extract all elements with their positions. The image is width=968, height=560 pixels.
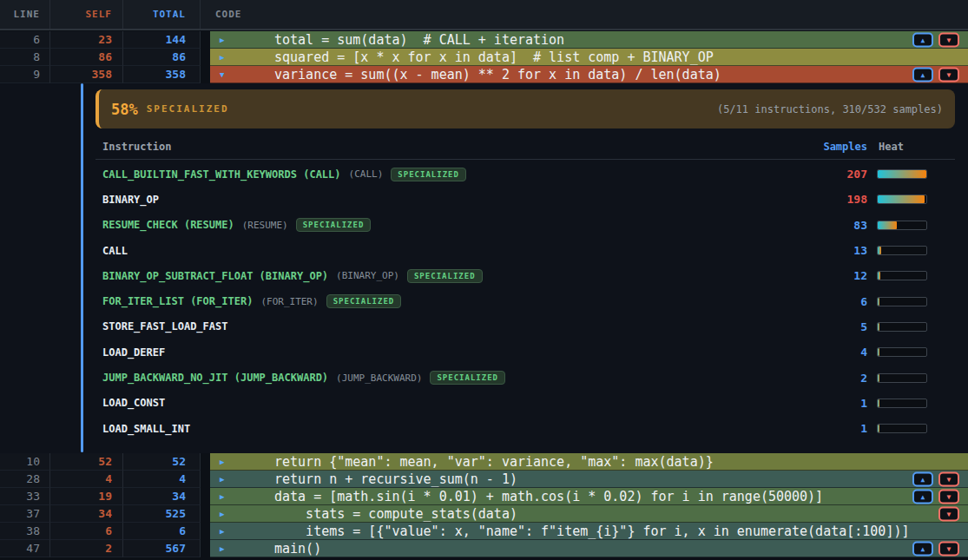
instruction-opcode-label: FOR_ITER_LIST (FOR_ITER) xyxy=(102,295,253,307)
code-row-bar[interactable]: ▶ return n + recursive_sum(n - 1) ▲▼ xyxy=(210,471,968,488)
instruction-row: BINARY_OP_SUBTRACT_FLOAT (BINARY_OP) (BI… xyxy=(95,263,955,288)
line-number-cell: 6 xyxy=(0,31,50,49)
column-header-heat[interactable]: Heat xyxy=(877,141,927,153)
expand-toggle-icon[interactable]: ▶ xyxy=(220,511,224,518)
instruction-base-opcode: (JUMP_BACKWARD) xyxy=(336,372,422,384)
line-number-cell: 47 xyxy=(0,540,50,557)
column-header-total[interactable]: TOTAL xyxy=(123,0,201,29)
heat-bar xyxy=(877,399,927,408)
heat-bar-fill xyxy=(878,247,881,254)
move-down-button[interactable]: ▼ xyxy=(938,507,959,522)
heat-bar xyxy=(877,271,927,280)
code-row-bar[interactable]: ▶ squared = [x * x for x in data] # list… xyxy=(210,49,968,66)
instruction-row: CALL_BUILTIN_FAST_WITH_KEYWORDS (CALL) (… xyxy=(95,161,955,187)
code-rows-bottom: 10 52 52 ▶ return {"mean": mean, "var": … xyxy=(0,453,968,557)
code-row-bar[interactable]: ▶ items = [{"value": x, "name": f"item_{… xyxy=(210,523,968,540)
instruction-row: LOAD_SMALL_INT 1 xyxy=(95,416,955,441)
heat-bar-fill xyxy=(878,298,879,306)
move-down-button[interactable]: ▼ xyxy=(938,68,959,82)
move-up-button[interactable]: ▲ xyxy=(912,33,933,48)
instruction-table-header: Instruction Samples Heat xyxy=(95,134,955,160)
expand-toggle-icon[interactable]: ▶ xyxy=(220,458,224,466)
source-code-text: data = [math.sin(i * 0.01) + math.cos(i … xyxy=(210,489,823,504)
instruction-list: CALL_BUILTIN_FAST_WITH_KEYWORDS (CALL) (… xyxy=(95,161,955,441)
code-row-bar[interactable]: ▶ data = [math.sin(i * 0.01) + math.cos(… xyxy=(210,488,968,505)
source-code-text: squared = [x * x for x in data] # list c… xyxy=(210,49,714,65)
source-code-text: return n + recursive_sum(n - 1) xyxy=(210,471,517,487)
column-header-line[interactable]: LINE xyxy=(0,0,50,29)
instruction-samples-count: 83 xyxy=(807,219,867,232)
self-samples-cell: 358 xyxy=(50,66,123,83)
code-rows-top: 6 23 144 ▶ total = sum(data) # CALL + it… xyxy=(0,31,968,83)
expand-toggle-icon[interactable]: ▶ xyxy=(220,476,224,484)
instruction-samples-count: 4 xyxy=(807,346,867,359)
instruction-opcode-label: BINARY_OP xyxy=(102,194,159,206)
move-down-button[interactable]: ▼ xyxy=(938,490,959,504)
code-row-bar[interactable]: ▶ stats = compute_stats(data) ▼ xyxy=(210,505,968,523)
move-down-button[interactable]: ▼ xyxy=(938,542,959,557)
row-actions: ▼ xyxy=(938,507,959,522)
move-down-button[interactable]: ▼ xyxy=(938,33,959,48)
specialization-banner: 58% SPECIALIZED (5/11 instructions, 310/… xyxy=(95,89,955,128)
column-gap xyxy=(201,66,210,83)
line-number-cell: 37 xyxy=(0,505,50,523)
source-code-text: return {"mean": mean, "var": variance, "… xyxy=(210,454,714,470)
instruction-name: LOAD_CONST xyxy=(102,397,807,409)
source-code-text: main() xyxy=(210,541,321,557)
instruction-samples-count: 2 xyxy=(807,372,867,385)
instruction-opcode-label: STORE_FAST_LOAD_FAST xyxy=(102,320,228,333)
code-row-bar[interactable]: ▶ return {"mean": mean, "var": variance,… xyxy=(210,453,968,471)
total-samples-cell: 34 xyxy=(123,488,201,505)
expand-toggle-icon[interactable]: ▶ xyxy=(220,54,224,62)
instruction-opcode-label: LOAD_SMALL_INT xyxy=(102,423,190,435)
self-samples-cell: 19 xyxy=(50,488,123,505)
code-row-bar[interactable]: ▶ main() ▲▼ xyxy=(210,540,968,557)
code-line-row: 33 19 34 ▶ data = [math.sin(i * 0.01) + … xyxy=(0,488,968,505)
specialized-badge: SPECIALIZED xyxy=(391,168,466,181)
total-samples-cell: 52 xyxy=(123,453,201,471)
code-row-bar[interactable]: ▶ total = sum(data) # CALL + iteration ▲… xyxy=(210,31,968,49)
heat-bar xyxy=(877,424,927,433)
move-up-button[interactable]: ▲ xyxy=(912,472,933,487)
heat-bar-fill xyxy=(878,272,880,280)
move-up-button[interactable]: ▲ xyxy=(912,542,933,557)
instruction-opcode-label: JUMP_BACKWARD_NO_JIT (JUMP_BACKWARD) xyxy=(102,372,328,384)
move-down-button[interactable]: ▼ xyxy=(938,472,959,487)
expand-toggle-icon[interactable]: ▶ xyxy=(220,528,224,536)
row-actions: ▲▼ xyxy=(912,33,959,48)
expand-toggle-icon[interactable]: ▶ xyxy=(220,36,224,44)
instruction-name: JUMP_BACKWARD_NO_JIT (JUMP_BACKWARD) (JU… xyxy=(102,371,807,385)
instruction-samples-count: 1 xyxy=(807,422,867,435)
move-up-button[interactable]: ▲ xyxy=(912,68,933,82)
specialized-badge: SPECIALIZED xyxy=(430,371,505,385)
column-header-code[interactable]: CODE xyxy=(201,0,968,29)
expand-toggle-icon[interactable]: ▶ xyxy=(220,545,224,553)
instruction-samples-count: 13 xyxy=(807,244,867,257)
instruction-name: BINARY_OP_SUBTRACT_FLOAT (BINARY_OP) (BI… xyxy=(102,269,807,283)
column-gap xyxy=(201,523,210,540)
code-line-row: 6 23 144 ▶ total = sum(data) # CALL + it… xyxy=(0,31,968,49)
total-samples-cell: 144 xyxy=(123,31,201,49)
column-header-self[interactable]: SELF xyxy=(50,0,123,29)
column-header-samples[interactable]: Samples xyxy=(807,141,867,153)
heat-bar-fill xyxy=(878,323,879,331)
move-up-button[interactable]: ▲ xyxy=(912,490,933,504)
heat-bar xyxy=(877,347,927,357)
self-samples-cell: 4 xyxy=(50,471,123,488)
instruction-base-opcode: (RESUME) xyxy=(242,220,288,231)
instruction-samples-count: 12 xyxy=(807,269,867,282)
code-row-bar[interactable]: ▼ variance = sum((x - mean) ** 2 for x i… xyxy=(210,66,968,83)
row-actions: ▲▼ xyxy=(912,542,959,557)
instruction-samples-count: 5 xyxy=(807,320,867,333)
self-samples-cell: 23 xyxy=(50,31,123,49)
instruction-row: JUMP_BACKWARD_NO_JIT (JUMP_BACKWARD) (JU… xyxy=(95,365,955,390)
column-header-instruction[interactable]: Instruction xyxy=(102,141,807,153)
expand-toggle-icon[interactable]: ▶ xyxy=(220,493,224,501)
code-line-row: 28 4 4 ▶ return n + recursive_sum(n - 1)… xyxy=(0,471,968,488)
specialized-label: SPECIALIZED xyxy=(147,103,229,115)
column-gap xyxy=(201,453,210,471)
row-actions: ▲▼ xyxy=(912,472,959,487)
instruction-row: FOR_ITER_LIST (FOR_ITER) (FOR_ITER) SPEC… xyxy=(95,288,955,313)
expand-toggle-icon[interactable]: ▼ xyxy=(220,71,224,79)
total-samples-cell: 6 xyxy=(123,523,201,540)
